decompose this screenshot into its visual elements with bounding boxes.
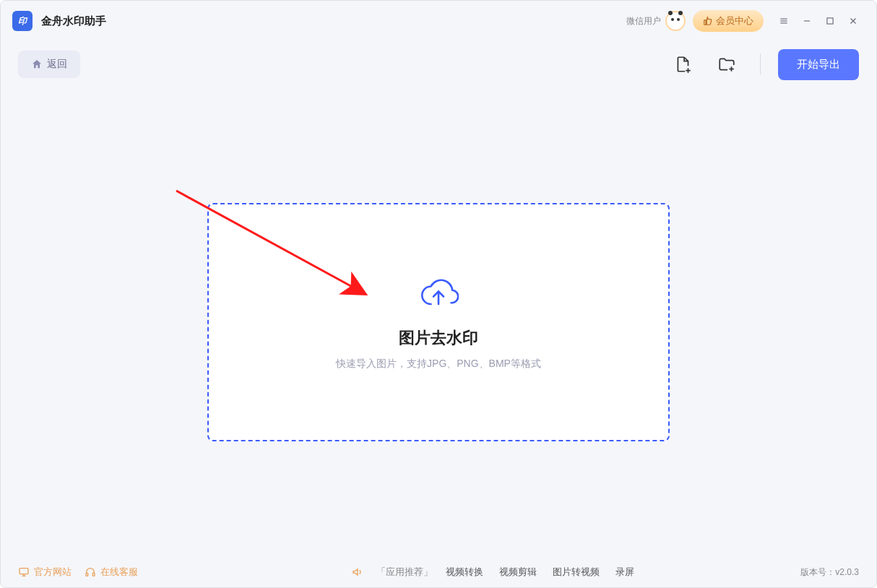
footer: 官方网站 在线客服 「应用推荐」 视频转换 视频剪辑 图片转视频 录屏 版本号：… [1,557,876,587]
upload-dropzone[interactable]: 图片去水印 快速导入图片，支持JPG、PNG、BMP等格式 [207,203,670,441]
home-icon [31,59,43,70]
export-button[interactable]: 开始导出 [778,49,859,80]
dropzone-subtitle: 快速导入图片，支持JPG、PNG、BMP等格式 [336,358,541,371]
online-service-link[interactable]: 在线客服 [85,566,138,579]
official-site-label: 官方网站 [34,566,72,579]
svg-rect-13 [20,568,28,574]
footer-tabs: 视频转换 视频剪辑 图片转视频 录屏 [446,566,634,579]
footer-tab-screen-record[interactable]: 录屏 [615,566,634,579]
version-label: 版本号：v2.0.3 [800,566,859,579]
thumbs-up-icon [703,16,713,26]
back-label: 返回 [47,58,67,71]
add-file-button[interactable] [668,48,699,80]
speaker-icon [352,566,363,578]
menu-button[interactable] [772,9,795,33]
vip-label: 会员中心 [716,14,753,27]
titlebar: 印 金舟水印助手 微信用户 会员中心 [1,1,876,41]
close-button[interactable] [842,9,865,33]
app-title: 金舟水印助手 [41,14,106,28]
user-avatar[interactable] [665,11,686,31]
dropzone-title: 图片去水印 [399,327,478,349]
svg-rect-16 [86,573,88,576]
folder-add-icon [717,55,736,74]
minimize-button[interactable] [795,9,818,33]
online-service-label: 在线客服 [100,566,138,579]
footer-tab-video-convert[interactable]: 视频转换 [446,566,483,579]
app-window: 印 金舟水印助手 微信用户 会员中心 返回 [0,0,877,588]
toolbar: 返回 开始导出 [1,41,876,87]
headset-icon [85,566,96,578]
vip-center-button[interactable]: 会员中心 [693,10,764,32]
user-label: 微信用户 [626,15,661,27]
svg-rect-17 [92,573,95,576]
footer-tab-video-edit[interactable]: 视频剪辑 [499,566,537,579]
official-site-link[interactable]: 官方网站 [18,566,72,579]
cloud-upload-icon [418,274,459,314]
main-area: 图片去水印 快速导入图片，支持JPG、PNG、BMP等格式 [1,87,876,557]
add-folder-button[interactable] [711,48,743,80]
footer-tab-image-to-video[interactable]: 图片转视频 [553,566,600,579]
app-logo: 印 [12,11,33,31]
svg-rect-4 [827,18,833,24]
maximize-button[interactable] [818,9,842,33]
back-button[interactable]: 返回 [18,51,80,78]
recommend-label: 「应用推荐」 [376,566,433,579]
monitor-icon [18,566,30,578]
toolbar-divider [760,53,761,75]
file-add-icon [674,55,693,74]
